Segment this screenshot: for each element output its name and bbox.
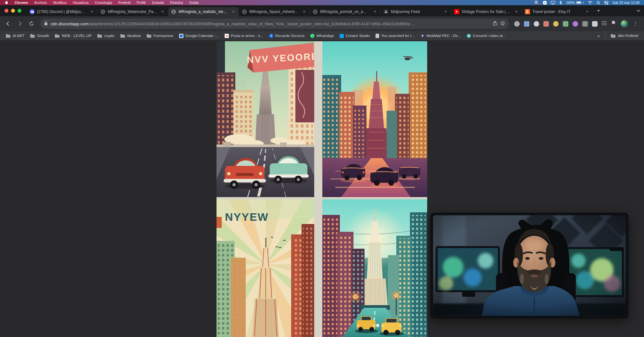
tab-title: Travel poster - Etsy IT — [532, 9, 582, 14]
bookmark-folder-idealista[interactable]: idealista — [118, 33, 143, 39]
tab-search-chevron-icon[interactable] — [633, 6, 644, 15]
menu-clock[interactable]: Sab 25 mar 12:08 — [613, 1, 639, 5]
extensions-puzzle-icon[interactable] — [611, 20, 616, 27]
tab-title: Midjourney Feed — [391, 9, 441, 14]
bookmark-folder-growth[interactable]: Growth — [28, 33, 52, 39]
bookmark-gmail[interactable]: MPosta in arrivo - ri... — [222, 33, 266, 39]
password-manager-icon[interactable] — [543, 1, 547, 5]
new-tab-button[interactable]: + — [594, 6, 603, 15]
bookmark-google-calendar[interactable]: Google Calendar -... — [177, 33, 222, 39]
other-bookmarks-folder[interactable]: Altri Preferiti — [608, 33, 641, 39]
close-tab-icon[interactable]: × — [302, 9, 307, 14]
apple-menu-icon[interactable] — [5, 1, 8, 5]
menu-item-profili[interactable]: Profili — [137, 1, 146, 5]
extension-icon[interactable] — [524, 21, 529, 27]
bookmark-webmail-pec[interactable]: WebMail PEC - De... — [418, 33, 464, 39]
bookmark-label: WhatsApp — [316, 34, 334, 38]
menu-item-visualizza[interactable]: Visualizza — [73, 1, 89, 5]
menu-item-finestra[interactable]: Finestra — [170, 1, 183, 5]
midjourney-image-grid[interactable]: NVV YEOORE — [217, 41, 427, 337]
extension-icon[interactable] — [582, 21, 588, 27]
bookmark-folder-formazione[interactable]: Formazione — [144, 33, 176, 39]
wifi-icon[interactable] — [588, 1, 592, 5]
bookmark-facebook-profile[interactable]: fRiccardo Scrocca — [266, 33, 307, 39]
spotlight-search-icon[interactable] — [597, 1, 600, 5]
control-center-icon[interactable] — [604, 1, 608, 5]
extension-icon[interactable] — [514, 21, 520, 27]
tab-discord[interactable]: (2765) Discord | @Midjou... × — [27, 7, 97, 16]
extension-icon[interactable] — [553, 21, 559, 27]
bookmark-creator-studio[interactable]: Creator Studio — [337, 33, 372, 39]
profile-avatar[interactable] — [620, 20, 628, 28]
extension-icon[interactable] — [563, 21, 568, 27]
tab-etsy[interactable]: E Travel poster - Etsy IT × — [522, 7, 593, 16]
folder-icon — [120, 34, 125, 38]
globe-favicon — [171, 9, 176, 14]
globe-favicon — [242, 9, 247, 14]
zoom-window-button[interactable] — [18, 9, 21, 13]
bookmark-folder-web-levelup[interactable]: WEB - LEVEL-UP — [52, 33, 94, 39]
bluetooth-icon[interactable] — [559, 1, 562, 5]
menu-item-preferiti[interactable]: Preferiti — [118, 1, 130, 5]
tab-watercolor[interactable]: MRregista_Watercolor_Pa... × — [97, 7, 168, 16]
bookmark-label: Posta in arrivo - ri... — [231, 34, 263, 38]
folder-icon — [147, 34, 152, 38]
menu-item-guida[interactable]: Guida — [189, 1, 199, 5]
tab-portrait[interactable]: MRregista_portrait_on_a... × — [310, 7, 380, 16]
extension-icon[interactable] — [534, 21, 539, 27]
bookmark-label: crypto — [104, 34, 114, 38]
close-tab-icon[interactable]: × — [443, 9, 448, 14]
back-button[interactable] — [3, 19, 13, 29]
macos-menu-bar: Chrome Archivio Modifica Visualizza Cron… — [0, 0, 644, 5]
screen: { "menubar": { "app_name": "Chrome", "it… — [0, 0, 644, 337]
screen-recording-icon[interactable] — [534, 1, 539, 5]
forward-button[interactable] — [15, 19, 25, 29]
menu-app-name[interactable]: Chrome — [15, 1, 28, 5]
reload-button[interactable] — [27, 19, 36, 29]
menu-item-scheda[interactable]: Scheda — [152, 1, 164, 5]
bookmark-folder-ai-art[interactable]: AI ART — [3, 33, 27, 39]
bookmark-star-icon[interactable] — [500, 21, 505, 27]
battery-icon — [576, 1, 581, 4]
youtube-favicon — [454, 9, 459, 14]
bookmark-converti-video[interactable]: ⇄Converti i video di... — [464, 33, 508, 39]
bookmark-you-searched[interactable]: You searched for I... — [373, 33, 417, 39]
menu-item-modifica[interactable]: Modifica — [53, 1, 67, 5]
share-icon[interactable] — [493, 21, 497, 27]
bookmark-label: idealista — [127, 34, 141, 38]
close-window-button[interactable] — [5, 9, 8, 13]
extension-icon[interactable] — [573, 21, 578, 27]
battery-status[interactable]: 100% — [566, 1, 584, 5]
window-controls — [0, 9, 27, 13]
chrome-tab-strip: (2765) Discord | @Midjou... × MRregista_… — [0, 5, 644, 16]
extension-icon[interactable] — [543, 21, 549, 27]
extension-icon[interactable] — [592, 21, 598, 27]
bookmarks-overflow-chevron[interactable]: » — [594, 33, 603, 38]
tab-title: MRregista_portrait_on_a... — [320, 9, 370, 14]
tab-midjourney-feed[interactable]: Midjourney Feed × — [380, 7, 451, 16]
close-tab-icon[interactable]: × — [372, 9, 378, 14]
bookmark-whatsapp[interactable]: WhatsApp — [308, 33, 336, 39]
extensions-grid-icon[interactable] — [602, 21, 607, 27]
battery-icon-nub — [583, 2, 584, 3]
close-tab-icon[interactable]: × — [231, 9, 236, 14]
bookmark-folder-crypto[interactable]: crypto — [95, 33, 117, 39]
tab-realistic-view-active[interactable]: MRregista_a_realistic_vie... × — [168, 7, 239, 16]
tab-vintage-posters[interactable]: Vintage Posters for Sale | ... × — [451, 7, 522, 16]
close-tab-icon[interactable]: × — [160, 9, 165, 14]
menu-item-cronologia[interactable]: Cronologia — [95, 1, 112, 5]
display-icon[interactable] — [551, 1, 555, 5]
close-tab-icon[interactable]: × — [585, 9, 590, 14]
chrome-menu-icon[interactable]: ⋮ — [632, 21, 639, 27]
close-tab-icon[interactable]: × — [514, 9, 519, 14]
tab-title: MRregista_Space_Advent... — [249, 9, 299, 14]
minimize-window-button[interactable] — [11, 9, 15, 13]
tab-space-adventure[interactable]: MRregista_Space_Advent... × — [239, 7, 310, 16]
poster-new-york-vintage-street: NVV YEOORE — [217, 41, 314, 197]
page-content: NVV YEOORE — [0, 40, 644, 337]
menu-item-archivio[interactable]: Archivio — [34, 1, 47, 5]
folder-icon — [6, 34, 11, 38]
close-tab-icon[interactable]: × — [89, 9, 94, 14]
address-bar[interactable]: cdn.discordapp.com/attachments/101351233… — [40, 19, 509, 29]
gmail-icon: M — [225, 34, 229, 38]
